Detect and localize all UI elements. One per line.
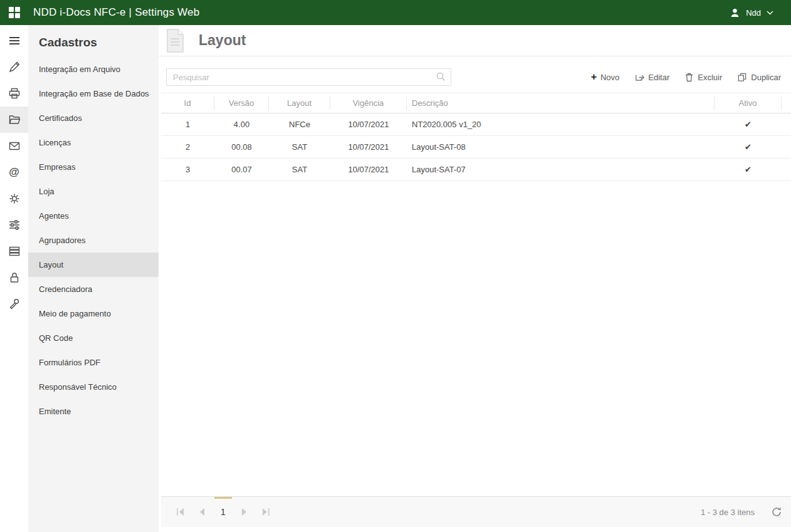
pager: 1 1 - 3 de 3 itens [161, 496, 791, 527]
document-icon [162, 28, 187, 54]
mail-icon[interactable] [0, 133, 28, 159]
sidebar-item-empresas[interactable]: Empresas [28, 155, 159, 179]
page-header: Layout [159, 25, 791, 56]
search-input[interactable] [166, 68, 451, 86]
cell-descricao: Layout-SAT-08 [407, 142, 715, 152]
app-title: NDD i-Docs NFC-e | Settings Web [33, 6, 199, 19]
last-page-icon [261, 508, 271, 516]
sidebar-title: Cadastros [28, 25, 159, 57]
cell-layout: SAT [269, 165, 330, 174]
search-icon [436, 71, 446, 82]
grid-header-row: Id Versão Layout Vigência Descrição Ativ… [161, 93, 791, 113]
edit-icon [634, 72, 644, 82]
sidebar: Cadastros Integração em Arquivo Integraç… [28, 25, 159, 532]
duplicar-label: Duplicar [751, 73, 781, 82]
cell-vigencia: 10/07/2021 [330, 120, 407, 129]
menu-icon[interactable] [0, 28, 28, 54]
icon-rail: @ [0, 25, 28, 532]
cell-versao: 00.08 [214, 142, 269, 152]
column-header-id[interactable]: Id [161, 96, 214, 110]
user-name: Ndd [746, 8, 761, 18]
sidebar-item-integracao-arquivo[interactable]: Integração em Arquivo [28, 57, 159, 81]
plus-icon: + [591, 72, 597, 82]
brush-icon[interactable] [0, 54, 28, 80]
column-header-ativo[interactable]: Ativo [715, 96, 782, 110]
check-icon: ✔ [715, 165, 782, 174]
wrench-icon[interactable] [0, 291, 28, 317]
sidebar-item-integracao-base[interactable]: Integração em Base de Dados [28, 81, 159, 106]
cell-layout: SAT [269, 142, 330, 152]
excluir-label: Excluir [698, 73, 722, 82]
duplicar-button[interactable]: Duplicar [737, 72, 781, 82]
refresh-icon [771, 506, 782, 518]
sidebar-item-agrupadores[interactable]: Agrupadores [28, 228, 159, 253]
column-header-layout[interactable]: Layout [269, 96, 330, 110]
sidebar-item-qr-code[interactable]: QR Code [28, 326, 159, 350]
sidebar-item-loja[interactable]: Loja [28, 179, 159, 204]
main-content: Layout + Novo Editar [159, 25, 791, 532]
chevron-down-icon [767, 11, 773, 15]
sidebar-item-agentes[interactable]: Agentes [28, 204, 159, 228]
editar-label: Editar [648, 73, 669, 82]
column-header-descricao[interactable]: Descrição [407, 96, 715, 110]
cell-layout: NFCe [269, 120, 330, 129]
toolbar-buttons: + Novo Editar Excluir Duplicar [591, 72, 781, 82]
cell-versao: 00.07 [214, 165, 269, 174]
cell-descricao: NT2020.005 v1_20 [407, 120, 715, 129]
column-header-versao[interactable]: Versão [214, 96, 269, 110]
sidebar-item-responsavel-tecnico[interactable]: Responsável Técnico [28, 375, 159, 399]
lock-icon[interactable] [0, 264, 28, 291]
pager-page-1[interactable]: 1 [212, 497, 234, 527]
user-menu[interactable]: Ndd [730, 8, 773, 18]
sliders-icon[interactable] [0, 212, 28, 238]
check-icon: ✔ [715, 142, 782, 152]
cell-descricao: Layout-SAT-07 [407, 165, 715, 174]
table-row[interactable]: 3 00.07 SAT 10/07/2021 Layout-SAT-07 ✔ [161, 159, 791, 181]
pager-prev-button[interactable] [191, 497, 212, 527]
gear-icon[interactable] [0, 185, 28, 212]
trash-icon [684, 72, 694, 82]
page-title: Layout [199, 32, 246, 49]
sidebar-item-emitente[interactable]: Emitente [28, 399, 159, 424]
user-icon [730, 8, 740, 18]
refresh-button[interactable] [771, 506, 782, 518]
printer-icon[interactable] [0, 80, 28, 107]
pager-last-button[interactable] [255, 497, 276, 527]
cell-id: 1 [161, 120, 214, 129]
pager-info: 1 - 3 de 3 itens [701, 508, 755, 517]
app-window: NDD i-Docs NFC-e | Settings Web Ndd [0, 0, 791, 532]
grid-toolbar: + Novo Editar Excluir Duplicar [166, 68, 781, 86]
pager-right: 1 - 3 de 3 itens [701, 506, 782, 518]
first-page-icon [175, 508, 186, 516]
sidebar-item-meio-pagamento[interactable]: Meio de pagamento [28, 301, 159, 326]
check-icon: ✔ [715, 120, 782, 129]
table-row[interactable]: 2 00.08 SAT 10/07/2021 Layout-SAT-08 ✔ [161, 136, 791, 159]
sidebar-item-formularios-pdf[interactable]: Formulários PDF [28, 350, 159, 375]
column-header-vigencia[interactable]: Vigência [330, 96, 407, 110]
app-launcher-button[interactable] [0, 0, 28, 25]
rows-icon[interactable] [0, 238, 28, 264]
at-glyph: @ [9, 166, 19, 179]
sidebar-item-credenciadora[interactable]: Credenciadora [28, 277, 159, 301]
cell-versao: 4.00 [214, 120, 269, 129]
sidebar-item-layout[interactable]: Layout [28, 253, 159, 277]
folder-icon[interactable] [0, 107, 28, 133]
cell-vigencia: 10/07/2021 [330, 165, 407, 174]
search-field [166, 68, 451, 86]
topbar: NDD i-Docs NFC-e | Settings Web Ndd [0, 0, 791, 25]
excluir-button[interactable]: Excluir [684, 72, 722, 82]
cell-id: 2 [161, 142, 214, 152]
copy-icon [737, 72, 747, 82]
novo-button[interactable]: + Novo [591, 72, 620, 82]
sidebar-item-certificados[interactable]: Certificados [28, 106, 159, 130]
at-icon[interactable]: @ [0, 159, 28, 185]
editar-button[interactable]: Editar [634, 72, 669, 82]
pager-first-button[interactable] [170, 497, 191, 527]
pager-next-button[interactable] [234, 497, 255, 527]
data-grid: Id Versão Layout Vigência Descrição Ativ… [161, 93, 791, 181]
cell-id: 3 [161, 165, 214, 174]
sidebar-item-licencas[interactable]: Licenças [28, 130, 159, 155]
prev-page-icon [199, 508, 205, 516]
table-row[interactable]: 1 4.00 NFCe 10/07/2021 NT2020.005 v1_20 … [161, 113, 791, 136]
waffle-icon [9, 7, 20, 18]
